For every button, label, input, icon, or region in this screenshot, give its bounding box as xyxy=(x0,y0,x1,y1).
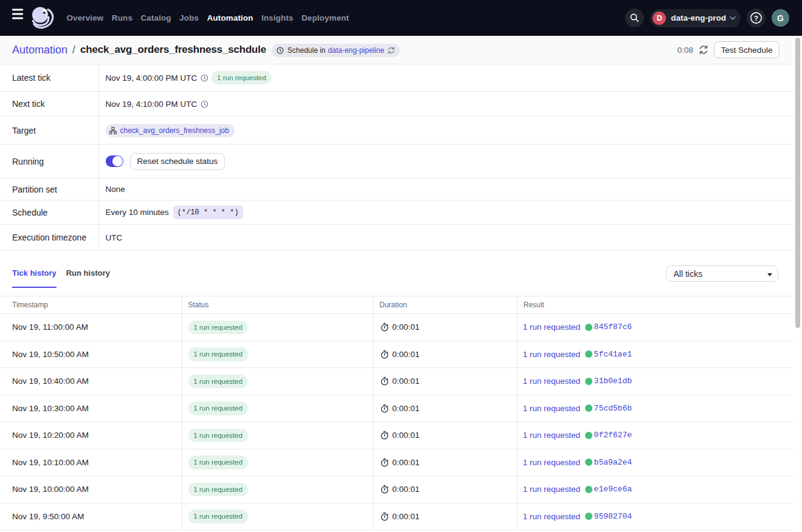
svg-text:?: ? xyxy=(754,15,758,22)
